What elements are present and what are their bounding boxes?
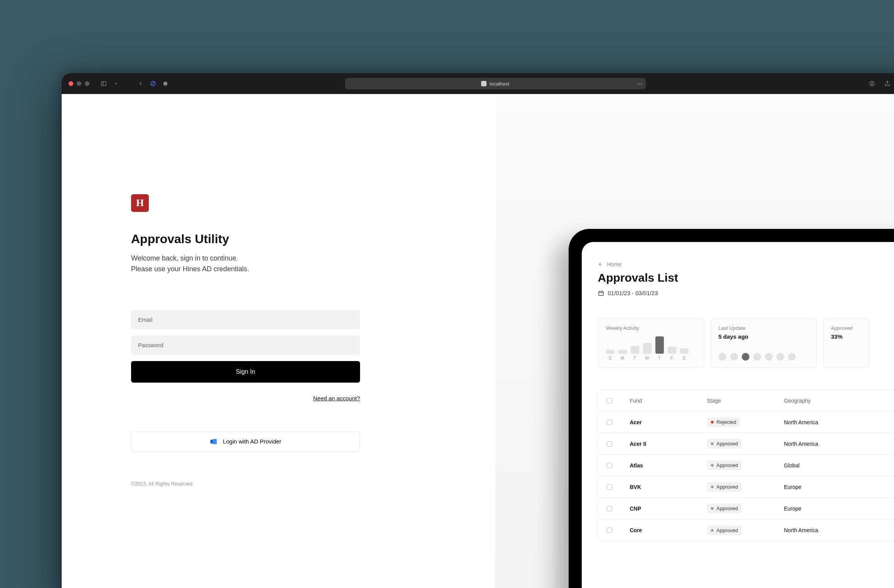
- table-row[interactable]: BVKApprovedEurope: [598, 476, 894, 498]
- outlook-icon: [210, 438, 217, 445]
- update-dots: [719, 353, 809, 361]
- preview-title: Approvals List: [598, 271, 894, 284]
- cell-fund: Atlas: [630, 462, 707, 469]
- lock-icon: [481, 81, 487, 86]
- cell-fund: Acer: [630, 419, 707, 425]
- checkbox-all[interactable]: [607, 398, 612, 403]
- page-settings-icon[interactable]: [636, 83, 642, 84]
- address-text: localhost: [490, 81, 509, 87]
- copyright: ©2023. All Rights Reserved: [131, 481, 495, 487]
- cell-stage: Approved: [707, 439, 784, 449]
- login-form: Sign In Need an account?: [131, 310, 360, 402]
- checkbox[interactable]: [607, 441, 612, 447]
- breadcrumb-home[interactable]: Home: [598, 261, 894, 267]
- back-button[interactable]: [137, 80, 144, 87]
- page-body: H Approvals Utility Welcome back, sign i…: [62, 94, 894, 588]
- tablet-screen: Home Approvals List 01/01/23 - 03/01/23 …: [582, 242, 894, 588]
- cell-stage: Approved: [707, 526, 784, 535]
- table-row[interactable]: AtlasApprovedGlobal: [598, 455, 894, 476]
- svg-rect-14: [599, 291, 603, 296]
- address-bar[interactable]: localhost: [345, 78, 646, 89]
- downloads-icon[interactable]: [869, 80, 875, 87]
- stage-badge: Approved: [707, 504, 742, 513]
- svg-rect-12: [213, 439, 217, 444]
- cell-fund: BVK: [630, 484, 707, 490]
- cell-geo: North America: [784, 441, 861, 447]
- table-row[interactable]: CoreApprovedNorth America: [598, 519, 894, 541]
- cell-stage: Approved: [707, 460, 784, 470]
- stage-badge: Approved: [707, 460, 742, 470]
- table-row[interactable]: Acer IIApprovedNorth America: [598, 433, 894, 455]
- maximize-window-button[interactable]: [85, 81, 89, 86]
- cell-geo: Global: [784, 462, 861, 469]
- preview-panel: Home Approvals List 01/01/23 - 03/01/23 …: [495, 94, 894, 588]
- table-row[interactable]: CNPApprovedEurope: [598, 498, 894, 519]
- card-weekly-activity: Weekly Activity S M T W T F S: [598, 318, 704, 368]
- cell-fund: Core: [630, 527, 707, 533]
- tablet-frame: Home Approvals List 01/01/23 - 03/01/23 …: [569, 229, 894, 588]
- stage-badge: Approved: [707, 439, 742, 449]
- close-window-button[interactable]: [69, 81, 73, 86]
- svg-point-4: [163, 82, 168, 86]
- page-subtitle: Welcome back, sign in to continue. Pleas…: [131, 253, 324, 275]
- table-row[interactable]: AcerRejectedNorth America: [598, 412, 894, 433]
- table-header: Fund Stage Geography: [598, 390, 894, 412]
- checkbox[interactable]: [607, 528, 612, 533]
- window-controls: [69, 81, 89, 86]
- checkbox[interactable]: [607, 506, 612, 511]
- login-panel: H Approvals Utility Welcome back, sign i…: [62, 94, 495, 588]
- card-approved: Approved 33%: [823, 318, 869, 368]
- stat-cards: Weekly Activity S M T W T F S: [598, 318, 894, 368]
- cell-stage: Approved: [707, 482, 784, 492]
- approvals-table: Fund Stage Geography AcerRejectedNorth A…: [598, 390, 894, 541]
- sso-login-button[interactable]: Login with AD Provider: [131, 432, 360, 452]
- brand-logo: H: [131, 194, 149, 212]
- stage-badge: Approved: [707, 482, 742, 492]
- cell-stage: Rejected: [707, 417, 784, 427]
- calendar-icon: [598, 290, 604, 296]
- extension-icon[interactable]: [162, 80, 169, 87]
- weekly-activity-chart: S M T W T F S: [606, 341, 696, 360]
- checkbox[interactable]: [607, 420, 612, 425]
- sidebar-toggle-icon[interactable]: [100, 80, 107, 87]
- cell-geo: North America: [784, 419, 861, 425]
- privacy-report-icon[interactable]: [150, 80, 157, 87]
- arrow-left-icon: [598, 262, 603, 267]
- stage-badge: Rejected: [707, 417, 740, 427]
- page-title: Approvals Utility: [131, 232, 495, 246]
- cell-stage: Approved: [707, 504, 784, 513]
- card-last-update: Last Update 5 days ago: [710, 318, 817, 368]
- email-field[interactable]: [131, 310, 360, 329]
- share-icon[interactable]: [884, 80, 891, 87]
- sign-in-button[interactable]: Sign In: [131, 361, 360, 383]
- password-field[interactable]: [131, 336, 360, 355]
- cell-geo: Europe: [784, 484, 861, 490]
- browser-window: localhost H Approvals Utility Welcome: [62, 73, 894, 588]
- minimize-window-button[interactable]: [77, 81, 81, 86]
- chevron-down-icon[interactable]: [113, 80, 120, 87]
- checkbox[interactable]: [607, 463, 612, 468]
- svg-line-3: [152, 82, 155, 85]
- browser-toolbar: localhost: [62, 73, 894, 94]
- checkbox[interactable]: [607, 484, 612, 490]
- cell-geo: North America: [784, 527, 861, 533]
- cell-geo: Europe: [784, 506, 861, 512]
- cell-fund: Acer II: [630, 441, 707, 447]
- stage-badge: Approved: [707, 526, 742, 535]
- date-range[interactable]: 01/01/23 - 03/01/23: [598, 290, 894, 296]
- cell-fund: CNP: [630, 506, 707, 512]
- svg-rect-0: [101, 82, 106, 86]
- need-account-link[interactable]: Need an account?: [313, 395, 360, 402]
